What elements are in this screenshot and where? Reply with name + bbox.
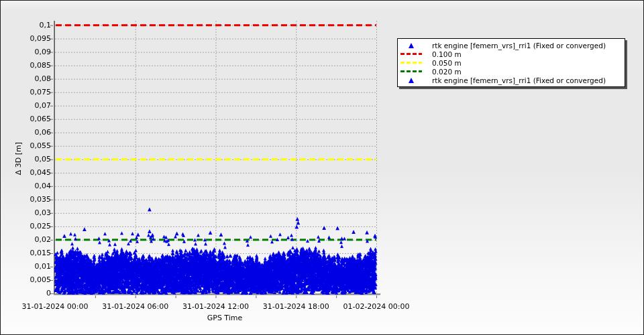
x-axis-title: GPS Time: [184, 314, 265, 322]
y-tick-label: 0,065: [1, 115, 51, 123]
legend-item[interactable]: 0.100 m: [400, 50, 623, 58]
y-tick-label: 0,095: [1, 35, 51, 43]
legend-item[interactable]: 0.050 m: [400, 58, 623, 67]
y-tick-label: 0,04: [1, 182, 51, 190]
y-tick-label: 0,045: [1, 169, 51, 177]
legend-item-label: 0.020 m: [432, 68, 462, 76]
y-tick-label: 0,06: [1, 129, 51, 137]
x-tick-label: 31-01-2024 12:00: [172, 303, 260, 311]
y-tick-label: 0,075: [1, 88, 51, 96]
y-tick-label: 0,09: [1, 48, 51, 56]
legend-dash-icon: [400, 70, 423, 72]
legend-dash-icon: [400, 62, 423, 64]
y-axis-title: Δ 3D [m]: [14, 119, 23, 199]
y-tick-label: 0: [1, 289, 51, 297]
legend-item[interactable]: rtk engine [femern_vrs]_rri1 (Fixed or c…: [400, 76, 623, 84]
y-tick-label: 0,015: [1, 249, 51, 257]
x-tick-label: 31-01-2024 00:00: [11, 303, 99, 311]
y-tick-label: 0,085: [1, 62, 51, 70]
y-tick-label: 0,05: [1, 155, 51, 163]
y-tick-label: 0,07: [1, 102, 51, 110]
legend-triangle-icon: [400, 43, 423, 48]
chart-window: 00,0050,010,0150,020,0250,030,0350,040,0…: [0, 0, 644, 335]
y-tick-label: 0,025: [1, 222, 51, 230]
legend-item[interactable]: 0.020 m: [400, 67, 623, 76]
y-tick-label: 0,055: [1, 142, 51, 150]
legend-item-label: rtk engine [femern_vrs]_rri1 (Fixed or c…: [432, 42, 606, 50]
x-tick-label: 31-01-2024 18:00: [252, 303, 339, 311]
x-tick-label: 01-02-2024 00:00: [333, 303, 420, 311]
y-tick-label: 0,035: [1, 196, 51, 204]
legend[interactable]: rtk engine [femern_vrs]_rri1 (Fixed or c…: [397, 38, 625, 87]
legend-item[interactable]: rtk engine [femern_vrs]_rri1 (Fixed or c…: [400, 41, 623, 50]
y-tick-label: 0,02: [1, 236, 51, 244]
x-tick-label: 31-01-2024 06:00: [92, 303, 179, 311]
y-tick-label: 0,08: [1, 75, 51, 83]
y-tick-label: 0,1: [1, 21, 51, 29]
legend-item-label: 0.050 m: [432, 59, 462, 67]
legend-item-label: rtk engine [femern_vrs]_rri1 (Fixed or c…: [432, 76, 606, 84]
legend-triangle-icon: [400, 78, 423, 83]
y-tick-label: 0,03: [1, 209, 51, 217]
legend-dash-icon: [400, 53, 423, 55]
y-tick-label: 0,01: [1, 263, 51, 271]
y-tick-label: 0,005: [1, 276, 51, 284]
legend-item-label: 0.100 m: [432, 50, 462, 58]
